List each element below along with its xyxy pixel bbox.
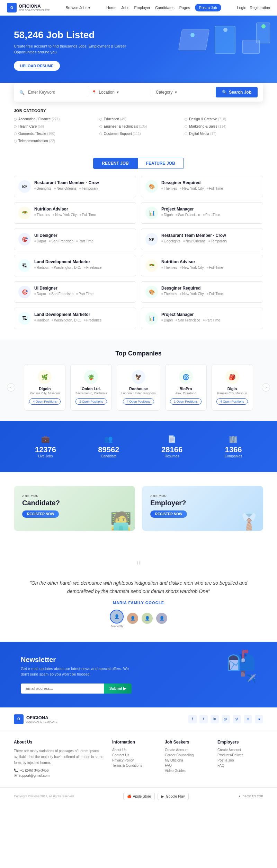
job-cat-item[interactable]: Marketing & Sales (114)	[185, 123, 263, 129]
browse-jobs-btn[interactable]: Browse Jobs	[65, 6, 90, 10]
youtube-icon[interactable]: yt	[233, 715, 241, 723]
avatar-1[interactable]: 👤	[110, 610, 124, 624]
avatar-4[interactable]: 👤	[156, 613, 167, 624]
job-cat-item[interactable]: Telecommunication (22)	[14, 138, 92, 144]
job-meta: Searights New Orleans Temporary	[34, 187, 132, 190]
avatar-2[interactable]: 👤	[127, 613, 138, 624]
company-positions-button[interactable]: 4 Open Positions	[123, 398, 154, 405]
nav-employer[interactable]: Employer	[134, 6, 150, 10]
job-card[interactable]: 🎯 UI Designer Dapor San Francisco Part T…	[14, 281, 136, 303]
linkedin-icon[interactable]: in	[211, 715, 219, 723]
job-card[interactable]: 🍽 Restaurant Team Member - Crow Searight…	[14, 176, 136, 197]
footer-link-products[interactable]: Products/Deliver	[217, 753, 263, 757]
upload-resume-button[interactable]: UPLOAD RESUME	[14, 61, 60, 71]
company-card[interactable]: 🌀 BioPro Alex, Drinkland 1 Open Position…	[165, 364, 207, 411]
footer-link-create-account[interactable]: Create Account	[165, 748, 211, 752]
job-cat-item[interactable]: Accounting / Finance (271)	[14, 116, 92, 122]
company-positions-button[interactable]: 4 Open Positions	[216, 398, 248, 405]
job-card[interactable]: 📊 Project Manager Digoh San Francisco Pa…	[141, 202, 263, 224]
tab-recent-job[interactable]: RECENT JOB	[93, 158, 137, 169]
carousel-prev-button[interactable]: ‹	[7, 383, 15, 392]
rss-icon[interactable]: ⊕	[244, 715, 252, 723]
job-cat-item[interactable]: Garments / Textile (160)	[14, 131, 92, 137]
twitter-icon[interactable]: t	[199, 715, 208, 723]
job-card[interactable]: 🍽 Restaurant Team Member - Crow Goodligh…	[141, 229, 263, 250]
candidate-register-button[interactable]: REGISTER NOW	[22, 510, 59, 518]
job-card[interactable]: 🎨 Dessginer Required Themies New York Ci…	[141, 281, 263, 303]
keyword-input[interactable]	[28, 90, 84, 95]
employer-register-button[interactable]: REGISTER NOW	[150, 510, 187, 518]
job-location: San Francisco	[49, 239, 73, 243]
dot-icon	[76, 293, 78, 295]
job-cat-item[interactable]: Customer Support (111)	[99, 131, 178, 137]
footer-brand-name: OFICIONA	[26, 715, 57, 720]
job-icon: 🏗	[18, 312, 31, 325]
job-card[interactable]: 🏗 Land Development Marketor Radiour Wash…	[14, 308, 136, 329]
job-card[interactable]: 🥗 Nutrition Advisor Themies New York Cit…	[14, 202, 136, 224]
search-btn-icon: 🔍	[222, 90, 227, 95]
footer-link-about-us[interactable]: About Us	[112, 748, 158, 752]
job-card[interactable]: 🎨 Dessginer Required Themies New York Ci…	[141, 176, 263, 197]
company-card[interactable]: 🌿 Digoin Kansas City, Missouri 4 Open Po…	[24, 364, 65, 411]
job-card[interactable]: 🏗 Land Development Marketor Radiour Wash…	[14, 255, 136, 276]
post-job-button[interactable]: Post a Job	[195, 4, 221, 11]
apple-store-button[interactable]: 🍎 Apple Store	[123, 793, 155, 800]
job-card[interactable]: 🥗 Nutrition Advisor Themies New York Cit…	[141, 255, 263, 276]
employer-are-you-label: ARE YOU	[150, 494, 255, 498]
footer-link-faq[interactable]: FAQ	[165, 764, 211, 767]
nav-jobs[interactable]: Jobs	[121, 6, 129, 10]
company-card[interactable]: 🪴 Onion Ltd. Sacramento, California 2 Op…	[70, 364, 112, 411]
tab-feature-job[interactable]: FEATURE JOB	[137, 158, 184, 169]
job-cat-item[interactable]: Education (49)	[99, 116, 178, 122]
avatar-3[interactable]: 👤	[142, 613, 153, 624]
company-card[interactable]: 🦅 Roohouse London, United Kingdom 4 Open…	[117, 364, 160, 411]
footer-link-video-guides[interactable]: Video Guides	[165, 769, 211, 773]
company-location: Sacramento, California	[75, 392, 107, 395]
location-select[interactable]: Location	[92, 90, 148, 95]
hero-title: 58,246 Job Listed	[14, 29, 145, 41]
facebook-icon[interactable]: f	[188, 715, 197, 723]
footer-link-career-counseling[interactable]: Career Counseling	[165, 753, 211, 757]
nav-home[interactable]: Home	[106, 6, 116, 10]
footer-logo[interactable]: O OFICIONA JOB BOARD TEMPLATE	[14, 714, 57, 724]
footer-link-post-job[interactable]: Post a Job	[217, 758, 263, 762]
nav-candidates[interactable]: Candidates	[155, 6, 175, 10]
job-card[interactable]: 🎯 UI Designer Dapor San Francisco Part T…	[14, 229, 136, 250]
company-positions-button[interactable]: 1 Open Positions	[170, 398, 202, 405]
footer-link-privacy[interactable]: Privacy Policy	[112, 758, 158, 762]
company-location: Kansas City, Missouri	[28, 392, 61, 395]
footer-link-emp-faq[interactable]: FAQ	[217, 764, 263, 767]
job-cat-item[interactable]: Health Care (56)	[14, 123, 92, 129]
company-card[interactable]: 🎒 Digin Kansas City, Missouri 4 Open Pos…	[212, 364, 253, 411]
job-type: Part Time	[76, 292, 93, 296]
carousel-next-button[interactable]: ›	[262, 383, 270, 392]
google-play-button[interactable]: ▶ Google Play	[158, 793, 188, 800]
footer-link-terms[interactable]: Terms & Conditions	[112, 764, 158, 767]
companies-section: Top Companies ‹ 🌿 Digoin Kansas City, Mi…	[0, 340, 277, 421]
nav-pages[interactable]: Pages	[179, 6, 190, 10]
newsletter-submit-button[interactable]: Submit ▶	[104, 684, 132, 694]
footer-link-emp-create-account[interactable]: Create Account	[217, 748, 263, 752]
company-positions-button[interactable]: 2 Open Positions	[75, 398, 107, 405]
register-link[interactable]: Registration	[250, 6, 270, 10]
search-button[interactable]: 🔍 Search Job	[216, 87, 258, 97]
job-company: Radiour	[34, 318, 49, 322]
googleplus-icon[interactable]: g+	[222, 715, 230, 723]
quote-icon: "	[28, 559, 249, 574]
job-cat-item[interactable]: Engineer & Technicals (135)	[99, 123, 178, 129]
star-icon[interactable]: ★	[255, 715, 263, 723]
footer-link-my-oficiona[interactable]: My Oficiona	[165, 758, 211, 762]
logo[interactable]: O OFICIONA JOB BOARD TEMPLATE	[7, 3, 50, 12]
company-positions-button[interactable]: 4 Open Positions	[29, 398, 61, 405]
job-cat-item[interactable]: Design & Creative (718)	[185, 116, 263, 122]
footer-link-contact-us[interactable]: Contact Us	[112, 753, 158, 757]
cat-dot	[185, 118, 187, 121]
category-select[interactable]: Category	[156, 90, 212, 95]
job-cat-item[interactable]: Digital Media (17)	[185, 131, 263, 137]
job-card[interactable]: 📊 Project Manager Digoh San Francisco Pa…	[141, 308, 263, 329]
job-icon: 🥗	[145, 259, 158, 272]
back-to-top-button[interactable]: ▲ BACK TO TOP	[238, 794, 263, 798]
login-link[interactable]: Login	[237, 6, 246, 10]
job-title: Land Development Marketor	[34, 259, 132, 264]
newsletter-email-input[interactable]	[21, 684, 104, 694]
